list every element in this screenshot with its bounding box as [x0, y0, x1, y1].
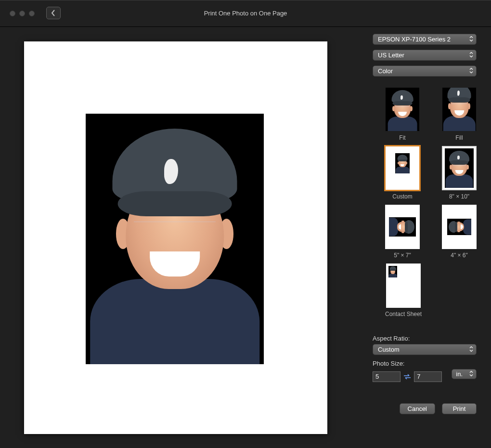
- updown-icon: [469, 52, 473, 59]
- layout-option-contact-sheet[interactable]: Contact Sheet: [385, 264, 422, 317]
- zoom-window-dot[interactable]: [29, 11, 35, 16]
- unit-select[interactable]: in.: [452, 369, 477, 379]
- layout-label: Custom: [392, 193, 412, 200]
- printer-select[interactable]: EPSON XP-7100 Series 2: [373, 34, 477, 45]
- window-title: Print One Photo on One Page: [0, 10, 491, 17]
- layout-option-fit[interactable]: Fit: [385, 87, 420, 141]
- color-select[interactable]: Color: [373, 66, 477, 77]
- layout-options: Fit Fill Custom: [356, 87, 477, 317]
- layout-label: Fill: [455, 134, 463, 141]
- back-button[interactable]: [46, 7, 61, 19]
- color-value: Color: [378, 67, 393, 75]
- layout-option-fill[interactable]: Fill: [442, 87, 477, 141]
- close-window-dot[interactable]: [10, 11, 15, 16]
- layout-thumb: [442, 146, 477, 190]
- layout-thumb: [442, 87, 477, 132]
- printer-select-value: EPSON XP-7100 Series 2: [378, 36, 451, 43]
- layout-option-4x6[interactable]: 4" × 6": [442, 205, 477, 259]
- layout-option-custom[interactable]: Custom: [385, 146, 420, 200]
- cancel-button[interactable]: Cancel: [400, 403, 435, 414]
- layout-thumb: [385, 205, 420, 249]
- page-preview: [24, 41, 327, 434]
- layout-option-5x7[interactable]: 5" × 7": [385, 205, 420, 259]
- paper-size-value: US Letter: [378, 52, 404, 59]
- photo-preview: [86, 114, 264, 364]
- layout-thumb: [386, 264, 421, 308]
- layout-thumb: [442, 205, 477, 249]
- print-preview-pane: [0, 27, 356, 448]
- aspect-ratio-select[interactable]: Custom: [373, 344, 477, 355]
- minimize-window-dot[interactable]: [19, 11, 25, 16]
- photo-size-label: Photo Size:: [373, 360, 477, 367]
- chevron-left-icon: [51, 10, 56, 16]
- layout-label: 4" × 6": [451, 252, 468, 259]
- window-traffic-lights: [10, 11, 35, 16]
- layout-label: 8" × 10": [449, 193, 469, 200]
- aspect-ratio-label: Aspect Ratio:: [373, 335, 477, 342]
- updown-icon: [469, 67, 473, 75]
- layout-thumb: [385, 146, 420, 190]
- layout-label: Contact Sheet: [385, 311, 422, 317]
- photo-width-input[interactable]: [373, 371, 401, 382]
- aspect-ratio-value: Custom: [378, 346, 400, 353]
- updown-icon: [469, 370, 473, 378]
- title-bar: Print One Photo on One Page: [0, 0, 491, 27]
- layout-option-8x10[interactable]: 8" × 10": [442, 146, 477, 200]
- unit-value: in.: [456, 370, 463, 378]
- side-panel: EPSON XP-7100 Series 2 US Letter Color F…: [356, 27, 491, 448]
- layout-label: 5" × 7": [394, 252, 411, 259]
- print-button[interactable]: Print: [442, 403, 477, 414]
- swap-icon: [403, 374, 411, 380]
- updown-icon: [469, 36, 473, 43]
- swap-dimensions-button[interactable]: [403, 372, 411, 381]
- photo-height-input[interactable]: [414, 371, 442, 382]
- paper-size-select[interactable]: US Letter: [373, 50, 477, 61]
- layout-thumb: [385, 87, 420, 132]
- updown-icon: [469, 346, 473, 353]
- layout-label: Fit: [399, 134, 405, 141]
